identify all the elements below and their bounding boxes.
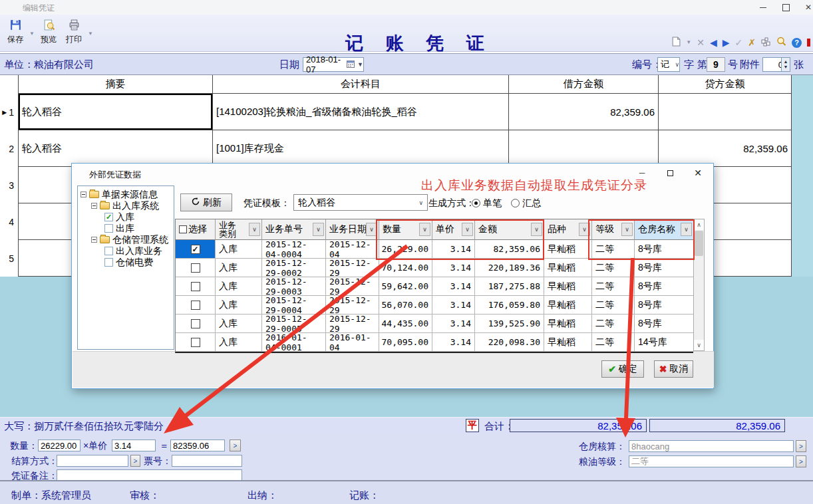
row-checkbox[interactable] [191,319,200,328]
grid-cell-qty[interactable]: 70,124.00 [379,259,432,277]
checkbox[interactable] [104,213,113,221]
radio-single[interactable]: 单笔 [472,197,502,209]
filter-dropdown-button[interactable]: ∨ [579,223,590,236]
grade-picker-button[interactable]: > [796,455,806,467]
account-cell[interactable]: [1001]库存现金 [213,130,509,167]
grid-select-cell[interactable] [176,240,216,259]
grid-cell-doc-no[interactable]: 2015-12-04-0004 [262,240,326,259]
grid-cell-grade[interactable]: 二等 [592,240,635,259]
credit-cell[interactable] [659,94,792,130]
grid-cell-warehouse[interactable]: 8号库 [635,240,694,259]
amount-input[interactable]: 82359.06 [170,440,225,451]
settle-picker-button[interactable]: > [130,455,140,467]
preview-button[interactable]: 预览 [36,19,61,45]
grid-cell-doc-no[interactable]: 2015-12-29-0003 [262,277,326,296]
grid-cell-grade[interactable]: 二等 [592,277,635,296]
grid-cell-amount[interactable]: 176,059.80 [475,296,544,315]
warehouse-picker-button[interactable]: > [796,440,806,452]
settle-input[interactable] [57,455,128,467]
row-checkbox[interactable] [191,282,200,291]
grid-cell-type[interactable]: 入库 [216,333,262,352]
price-input[interactable]: 3.14 [112,440,156,451]
collapse-icon[interactable] [81,191,86,197]
tree-item-inout-system[interactable]: 出入库系统 [78,200,174,211]
print-dropdown-arrow[interactable]: ▼ [88,31,93,37]
filter-dropdown-button[interactable]: ∨ [313,223,324,236]
grid-cell-date[interactable]: 2015-12-29 [326,315,379,333]
grid-cell-qty[interactable]: 59,642.00 [379,277,432,296]
grid-cell-date[interactable]: 2016-01-04 [326,333,379,352]
date-input[interactable]: 2018-01-07 ▼ [303,57,364,72]
filter-dropdown-button[interactable]: ∨ [249,223,260,236]
grid-cell-qty[interactable]: 70,095.00 [379,333,432,352]
grid-select-cell[interactable] [176,315,216,333]
help-icon[interactable]: ? [792,38,802,48]
link-records-icon[interactable] [761,37,771,49]
grid-cell-type[interactable]: 入库 [216,259,262,277]
grid-cell-qty[interactable]: 56,070.00 [379,296,432,315]
search-icon[interactable] [776,37,786,49]
grid-cell-variety[interactable]: 早籼稻 [544,333,592,352]
tree-item-inout-business[interactable]: 出入库业务 [78,245,174,257]
grid-cell-variety[interactable]: 早籼稻 [544,296,592,315]
voucher-type-combo[interactable]: 记∨ [657,57,680,72]
tree-item-storage-power[interactable]: 仓储电费 [78,257,174,268]
amount-expand-button[interactable]: > [230,440,241,451]
grid-select-cell[interactable] [176,296,216,315]
row-checkbox[interactable] [191,338,200,347]
debit-cell[interactable] [509,130,659,167]
grade-input[interactable]: 二等 [629,455,794,467]
grid-cell-grade[interactable]: 二等 [592,296,635,315]
minimize-button[interactable] [752,0,774,15]
tree-item-inbound[interactable]: 入库 [78,211,174,223]
grid-cell-grade[interactable]: 二等 [592,315,635,333]
summary-cell[interactable]: 轮入稻谷 [19,94,213,130]
tree-item-outbound[interactable]: 出库 [78,223,174,234]
tree-item-root[interactable]: 单据来源信息 [78,189,174,200]
grid-cell-price[interactable]: 3.14 [432,315,475,333]
filter-dropdown-button[interactable]: ∨ [366,223,377,236]
row-checkbox[interactable] [191,301,200,310]
checkbox[interactable] [104,224,113,233]
grid-cell-type[interactable]: 入库 [216,240,262,259]
radio-summary[interactable]: 汇总 [511,197,541,209]
scroll-down-arrow[interactable]: ∨ [694,340,704,350]
grid-cell-variety[interactable]: 早籼稻 [544,315,592,333]
grid-cell-date[interactable]: 2015-12-29 [326,277,379,296]
grid-select-cell[interactable] [176,259,216,277]
checkbox[interactable] [104,258,113,267]
maximize-button[interactable] [774,0,797,15]
grid-cell-price[interactable]: 3.14 [432,296,475,315]
collapse-icon[interactable] [91,237,97,243]
grid-cell-date[interactable]: 2015-12-29 [326,296,379,315]
new-doc-icon[interactable] [672,37,681,49]
dialog-close-button[interactable]: ✕ [684,164,712,182]
grid-cell-doc-no[interactable]: 2015-12-29-0005 [262,315,326,333]
grid-cell-qty[interactable]: 26,229.00 [379,240,432,259]
grid-cell-date[interactable]: 2015-12-29 [326,259,379,277]
grid-cell-variety[interactable]: 早籼稻 [544,277,592,296]
grid-cell-date[interactable]: 2015-12-04 [326,240,379,259]
grid-cell-amount[interactable]: 220,189.36 [475,259,544,277]
collapse-icon[interactable] [91,203,97,209]
toolbar-overflow-icon[interactable] [807,39,810,47]
filter-dropdown-button[interactable]: ∨ [419,223,430,236]
scroll-up-arrow[interactable]: ∧ [694,219,704,230]
grid-cell-type[interactable]: 入库 [216,277,262,296]
checkbox[interactable] [104,247,113,255]
warehouse-input[interactable]: 8haocang [629,440,794,452]
scroll-thumb[interactable] [695,231,703,256]
save-dropdown-arrow[interactable]: ▼ [29,31,35,37]
grid-cell-type[interactable]: 入库 [216,315,262,333]
close-button[interactable]: ✕ [797,0,813,15]
account-cell[interactable]: [14100203]轮换粮油_省级储备粮油轮换_稻谷 [213,94,509,130]
select-all-checkbox[interactable] [179,225,187,233]
grid-cell-price[interactable]: 3.14 [432,259,475,277]
grid-cell-price[interactable]: 3.14 [432,277,475,296]
filter-dropdown-button[interactable]: ∨ [621,223,633,236]
row-checkbox[interactable] [191,245,200,254]
grid-cell-doc-no[interactable]: 2015-12-29-0002 [262,259,326,277]
debit-cell[interactable]: 82,359.06 [509,94,659,130]
template-select[interactable]: 轮入稻谷∨ [293,194,428,211]
cancel-button[interactable]: ✖取消 [654,360,693,378]
